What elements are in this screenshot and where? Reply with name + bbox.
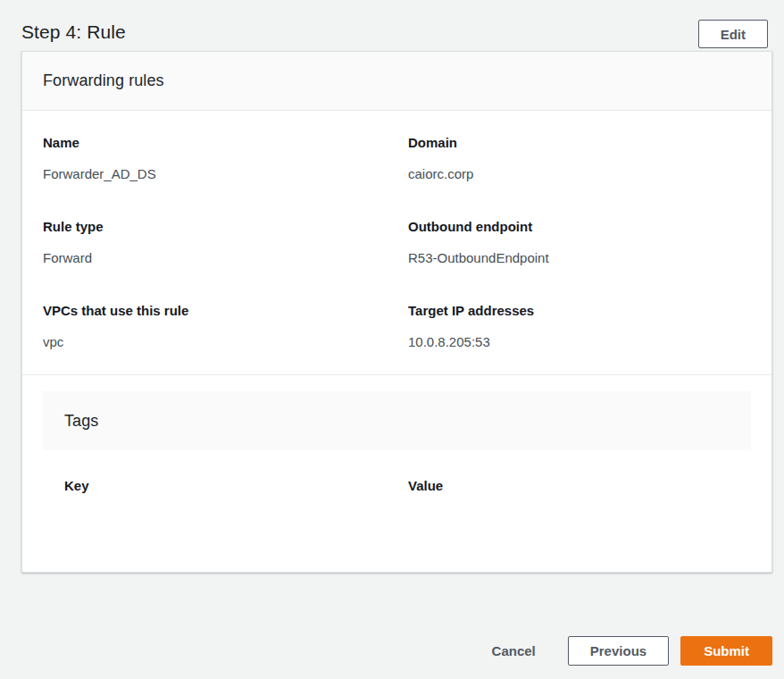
field-target-ips-value: 10.0.8.205:53 (408, 333, 751, 350)
submit-button[interactable]: Submit (680, 636, 772, 666)
previous-button[interactable]: Previous (568, 636, 669, 666)
tags-value-column-header: Value (408, 477, 771, 494)
field-outbound-endpoint-value: R53-OutboundEndpoint (408, 249, 751, 266)
field-rule-type: Rule type Forward (43, 218, 408, 266)
forwarding-rules-fields: Name Forwarder_AD_DS Domain caiorc.corp … (22, 111, 771, 375)
field-name-value: Forwarder_AD_DS (43, 165, 408, 182)
field-target-ips-label: Target IP addresses (408, 302, 751, 319)
rule-review-card: Forwarding rules Name Forwarder_AD_DS Do… (21, 51, 772, 573)
field-target-ips: Target IP addresses 10.0.8.205:53 (408, 302, 751, 350)
forwarding-rules-title: Forwarding rules (43, 71, 164, 90)
field-vpcs: VPCs that use this rule vpc (43, 302, 408, 350)
field-rule-type-value: Forward (43, 249, 408, 266)
wizard-footer-actions: Cancel Previous Submit (492, 636, 772, 666)
page-title: Step 4: Rule (21, 21, 126, 43)
tags-title: Tags (64, 412, 98, 431)
field-name: Name Forwarder_AD_DS (43, 134, 408, 182)
field-domain-label: Domain (408, 134, 751, 151)
field-domain: Domain caiorc.corp (408, 134, 751, 182)
tags-table-header-row: Key Value (22, 477, 771, 494)
forwarding-rules-header: Forwarding rules (22, 52, 771, 111)
tags-section-header: Tags (43, 391, 751, 450)
field-name-label: Name (43, 134, 408, 151)
field-domain-value: caiorc.corp (408, 165, 751, 182)
field-vpcs-label: VPCs that use this rule (43, 302, 408, 319)
cancel-button[interactable]: Cancel (492, 636, 536, 666)
field-vpcs-value: vpc (43, 333, 408, 350)
tags-key-column-header: Key (64, 477, 408, 494)
edit-button[interactable]: Edit (698, 20, 768, 48)
field-rule-type-label: Rule type (43, 218, 408, 235)
field-outbound-endpoint: Outbound endpoint R53-OutboundEndpoint (408, 218, 751, 266)
field-outbound-endpoint-label: Outbound endpoint (408, 218, 751, 235)
